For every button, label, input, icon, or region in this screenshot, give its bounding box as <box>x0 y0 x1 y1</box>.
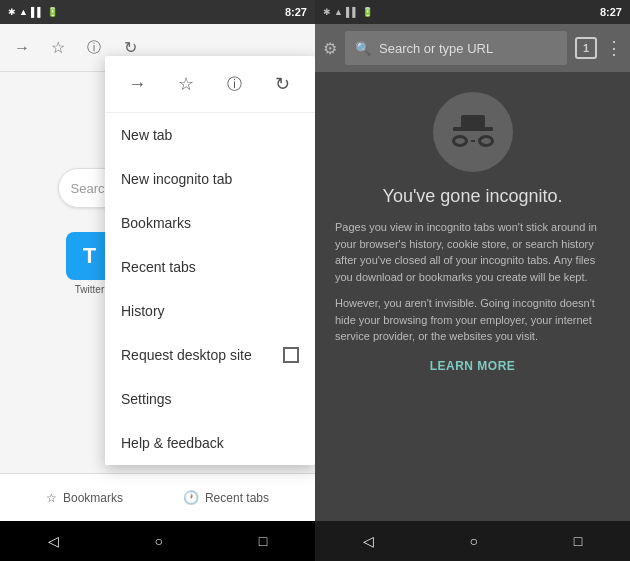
hat-brim <box>453 127 493 131</box>
back-button-right[interactable]: ◁ <box>363 533 374 549</box>
signal-bars-icon: ▌▌ <box>31 7 44 17</box>
menu-bookmark-icon[interactable]: ☆ <box>168 66 204 102</box>
learn-more-button[interactable]: LEARN MORE <box>430 359 516 373</box>
bookmarks-nav-icon: ☆ <box>46 491 57 505</box>
left-panel: ✱ ▲ ▌▌ 🔋 8:27 → ☆ ⓘ ↻ G Search or type U… <box>0 0 315 561</box>
bookmarks-nav-item[interactable]: ☆ Bookmarks <box>46 491 123 505</box>
recents-button-right[interactable]: □ <box>574 533 582 549</box>
incognito-avatar <box>433 92 513 172</box>
right-panel: ✱ ▲ ▌▌ 🔋 8:27 ⚙ 🔍 Search or type URL 1 ⋮ <box>315 0 630 561</box>
glass-lens-left <box>452 135 468 147</box>
menu-item-new-tab[interactable]: New tab <box>105 113 315 157</box>
menu-refresh-icon[interactable]: ↻ <box>265 66 301 102</box>
menu-item-history[interactable]: History <box>105 289 315 333</box>
menu-item-settings[interactable]: Settings <box>105 377 315 421</box>
wifi-icon-right: ▲ <box>334 7 343 17</box>
desktop-site-checkbox[interactable] <box>283 347 299 363</box>
status-time-left: 8:27 <box>285 6 307 18</box>
recent-tabs-nav-item[interactable]: 🕐 Recent tabs <box>183 490 269 505</box>
incognito-desc-1: Pages you view in incognito tabs won't s… <box>335 219 610 285</box>
incognito-title: You've gone incognito. <box>383 186 563 207</box>
status-icons-left: ✱ ▲ ▌▌ 🔋 <box>8 7 58 17</box>
back-button-left[interactable]: ◁ <box>48 533 59 549</box>
menu-forward-icon[interactable]: → <box>119 66 155 102</box>
menu-info-icon[interactable]: ⓘ <box>216 66 252 102</box>
bookmarks-nav-label: Bookmarks <box>63 491 123 505</box>
menu-item-history-label: History <box>121 303 165 319</box>
menu-item-desktop-site-label: Request desktop site <box>121 347 252 363</box>
menu-item-recent-tabs[interactable]: Recent tabs <box>105 245 315 289</box>
recent-tabs-nav-icon: 🕐 <box>183 490 199 505</box>
home-button-left[interactable]: ○ <box>155 533 163 549</box>
menu-item-new-incognito-label: New incognito tab <box>121 171 232 187</box>
glass-lens-right <box>478 135 494 147</box>
dropdown-menu: → ☆ ⓘ ↻ New tab New incognito tab Bookma… <box>105 56 315 465</box>
bluetooth-icon-right: ✱ <box>323 7 331 17</box>
android-nav-left: ◁ ○ □ <box>0 521 315 561</box>
bookmark-button[interactable]: ☆ <box>40 30 76 66</box>
menu-top-row: → ☆ ⓘ ↻ <box>105 56 315 113</box>
android-nav-right: ◁ ○ □ <box>315 521 630 561</box>
battery-icon-right: 🔋 <box>362 7 373 17</box>
incognito-content: You've gone incognito. Pages you view in… <box>315 72 630 521</box>
menu-item-bookmarks[interactable]: Bookmarks <box>105 201 315 245</box>
wifi-signal-icon: ▲ <box>19 7 28 17</box>
address-bar-right[interactable]: 🔍 Search or type URL <box>345 31 567 65</box>
signal-icon-right: ▌▌ <box>346 7 359 17</box>
forward-button[interactable]: → <box>4 30 40 66</box>
hat-icon <box>453 117 493 131</box>
menu-item-recent-tabs-label: Recent tabs <box>121 259 196 275</box>
menu-item-new-incognito[interactable]: New incognito tab <box>105 157 315 201</box>
menu-item-desktop-site[interactable]: Request desktop site <box>105 333 315 377</box>
status-time-right: 8:27 <box>600 6 622 18</box>
menu-item-help-label: Help & feedback <box>121 435 224 451</box>
home-button-right[interactable]: ○ <box>470 533 478 549</box>
recent-tabs-nav-label: Recent tabs <box>205 491 269 505</box>
status-bar-right: ✱ ▲ ▌▌ 🔋 8:27 <box>315 0 630 24</box>
menu-item-new-tab-label: New tab <box>121 127 172 143</box>
glasses-icon <box>452 135 494 147</box>
twitter-label: Twitter <box>75 284 104 295</box>
bottom-nav-left: ☆ Bookmarks 🕐 Recent tabs <box>0 473 315 521</box>
status-bar-left: ✱ ▲ ▌▌ 🔋 8:27 <box>0 0 315 24</box>
search-icon-right: 🔍 <box>355 41 371 56</box>
incognito-desc-2: However, you aren't invisible. Going inc… <box>335 295 610 345</box>
chrome-toolbar-right: ⚙ 🔍 Search or type URL 1 ⋮ <box>315 24 630 72</box>
tab-count-badge[interactable]: 1 <box>575 37 597 59</box>
hat-top <box>461 115 485 127</box>
tab-count-number: 1 <box>583 42 589 54</box>
menu-item-bookmarks-label: Bookmarks <box>121 215 191 231</box>
glass-bridge <box>471 140 475 142</box>
menu-item-settings-label: Settings <box>121 391 172 407</box>
battery-icon: 🔋 <box>47 7 58 17</box>
bluetooth-icon: ✱ <box>8 7 16 17</box>
status-icons-right: ✱ ▲ ▌▌ 🔋 <box>323 7 373 17</box>
menu-item-help[interactable]: Help & feedback <box>105 421 315 465</box>
three-dot-menu-right[interactable]: ⋮ <box>605 37 622 59</box>
incognito-toolbar-icon: ⚙ <box>323 39 337 58</box>
address-text: Search or type URL <box>379 41 493 56</box>
recents-button-left[interactable]: □ <box>259 533 267 549</box>
